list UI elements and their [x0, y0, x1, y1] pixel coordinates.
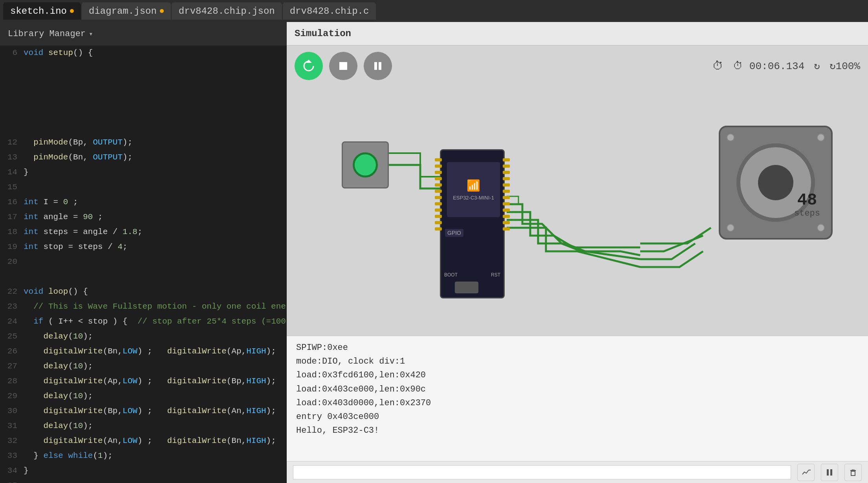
code-line-23: 23 // This is Wave Fullstep motion - onl… [0, 299, 287, 314]
code-line-20: 20 [0, 254, 287, 269]
svg-rect-3 [379, 62, 381, 70]
code-line-15: 15 [0, 180, 287, 195]
code-line-24: 24 if ( I++ < stop ) { // stop after 25*… [0, 314, 287, 329]
tab-diagram[interactable]: diagram.json [82, 2, 171, 20]
sim-speed: ↻100% [830, 60, 860, 72]
line-num-30: 30 [0, 404, 24, 419]
sim-title: Simulation [295, 28, 351, 39]
serial-bottom-bar [287, 461, 868, 483]
code-editor-panel: Library Manager ▾ 6 void setup() { [0, 22, 287, 483]
esp32-chip: 📶 ESP32-C3-MINI-1 [447, 162, 500, 217]
restart-icon [302, 59, 316, 73]
steps-label: steps [794, 209, 820, 218]
line-content-13: pinMode(Bn, OUTPUT); [24, 150, 287, 165]
pause-serial-icon [826, 468, 833, 476]
code-line-34: 34 } [0, 463, 287, 478]
code-line-blank1 [0, 60, 287, 75]
line-content-22: void loop() { [24, 284, 287, 299]
code-line-27: 27 delay(10); [0, 359, 287, 374]
code-editor[interactable]: 6 void setup() { [0, 46, 287, 483]
line-content-16: int I = 0 ; [24, 195, 287, 210]
code-line-22: 22 void loop() { [0, 284, 287, 299]
restart-button[interactable] [295, 52, 323, 80]
sim-time: ⏱ 00:06.134 [733, 60, 804, 72]
tab-chip-json[interactable]: drv8428.chip.json [172, 2, 282, 20]
line-content-27: delay(10); [24, 359, 287, 374]
left-pins [435, 158, 442, 231]
tab-diagram-modified-dot [160, 9, 164, 13]
line-num-22: 22 [0, 284, 24, 299]
main-layout: Library Manager ▾ 6 void setup() { [0, 22, 868, 483]
code-line-32: 32 digitalWrite(An,LOW) ; digitalWrite(B… [0, 434, 287, 448]
tab-sketch-label: sketch.ino [10, 6, 67, 16]
svg-rect-1 [339, 62, 347, 70]
line-content-17: int angle = 90 ; [24, 210, 287, 225]
steps-count: 48 [794, 192, 820, 209]
line-num-13: 13 [0, 150, 24, 165]
code-line-19: 19 int stop = steps / 4; [0, 240, 287, 254]
svg-rect-6 [851, 471, 855, 476]
line-content-30: digitalWrite(Bp,LOW) ; digitalWrite(An,H… [24, 404, 287, 419]
line-num-14: 14 [0, 165, 24, 180]
line-content-6: void setup() { [24, 46, 287, 60]
code-line-29: 29 delay(10); [0, 389, 287, 404]
serial-line-5: entry 0x403ce000 [296, 410, 859, 424]
line-num-23: 23 [0, 299, 24, 314]
line-num-15: 15 [0, 180, 24, 195]
serial-line-1: mode:DIO, clock div:1 [296, 355, 859, 368]
pause-serial-button[interactable] [821, 464, 838, 481]
line-num-32: 32 [0, 434, 24, 448]
clock-icon: ⏱ [712, 59, 723, 73]
code-line-blank5 [0, 120, 287, 135]
stop-icon [337, 60, 349, 72]
code-line-31: 31 delay(10); [0, 419, 287, 434]
line-content-29: delay(10); [24, 389, 287, 404]
serial-input[interactable] [293, 465, 791, 479]
svg-rect-5 [830, 469, 832, 476]
svg-rect-2 [374, 62, 377, 70]
gpio-label: GPIO [445, 229, 463, 237]
code-line-blank2 [0, 75, 287, 90]
esp32-chip-label: ESP32-C3-MINI-1 [453, 195, 494, 201]
code-line-13: 13 pinMode(Bn, OUTPUT); [0, 150, 287, 165]
push-button-component[interactable] [342, 141, 389, 188]
line-num-20: 20 [0, 254, 24, 269]
code-line-6: 6 void setup() { [0, 46, 287, 60]
tab-chip-c[interactable]: drv8428.chip.c [283, 2, 376, 20]
chart-button[interactable] [797, 464, 815, 481]
sim-time-area: ⏱ ⏱ 00:06.134 ↻ ↻100% [712, 59, 860, 73]
code-line-30: 30 digitalWrite(Bp,LOW) ; digitalWrite(A… [0, 404, 287, 419]
line-content-31: delay(10); [24, 419, 287, 434]
stepper-motor: 48 steps [719, 126, 833, 240]
line-num-31: 31 [0, 419, 24, 434]
chart-icon [801, 468, 811, 477]
line-num-26: 26 [0, 344, 24, 359]
line-content-18: int steps = angle / 1.8; [24, 225, 287, 240]
serial-line-6: Hello, ESP32-C3! [296, 424, 859, 437]
line-content-32: digitalWrite(An,LOW) ; digitalWrite(Bn,H… [24, 434, 287, 448]
line-num-27: 27 [0, 359, 24, 374]
line-content-19: int stop = steps / 4; [24, 240, 287, 254]
serial-monitor[interactable]: SPIWP:0xee mode:DIO, clock div:1 load:0x… [287, 335, 868, 461]
line-content-14: } [24, 165, 287, 180]
tab-bar: sketch.ino diagram.json drv8428.chip.jso… [0, 0, 868, 22]
tab-chip-json-label: drv8428.chip.json [179, 6, 275, 16]
tab-sketch-modified-dot [70, 9, 74, 13]
sim-controls: ⏱ ⏱ 00:06.134 ↻ ↻100% [287, 46, 868, 86]
code-line-blank4 [0, 105, 287, 120]
library-manager-button[interactable]: Library Manager ▾ [8, 29, 93, 39]
line-num-18: 18 [0, 225, 24, 240]
line-num-24: 24 [0, 314, 24, 329]
line-num-16: 16 [0, 195, 24, 210]
clear-serial-button[interactable] [844, 464, 862, 481]
line-num-19: 19 [0, 240, 24, 254]
serial-line-2: load:0x3fcd6100,len:0x420 [296, 368, 859, 382]
svg-rect-4 [827, 469, 829, 476]
tab-chip-c-label: drv8428.chip.c [290, 6, 369, 16]
code-line-17: 17 int angle = 90 ; [0, 210, 287, 225]
stop-button[interactable] [329, 52, 357, 80]
motor-inner-circle [758, 165, 793, 200]
line-content-24: if ( I++ < stop ) { // stop after 25*4 s… [24, 314, 287, 329]
tab-sketch[interactable]: sketch.ino [3, 2, 81, 20]
pause-button[interactable] [364, 52, 392, 80]
